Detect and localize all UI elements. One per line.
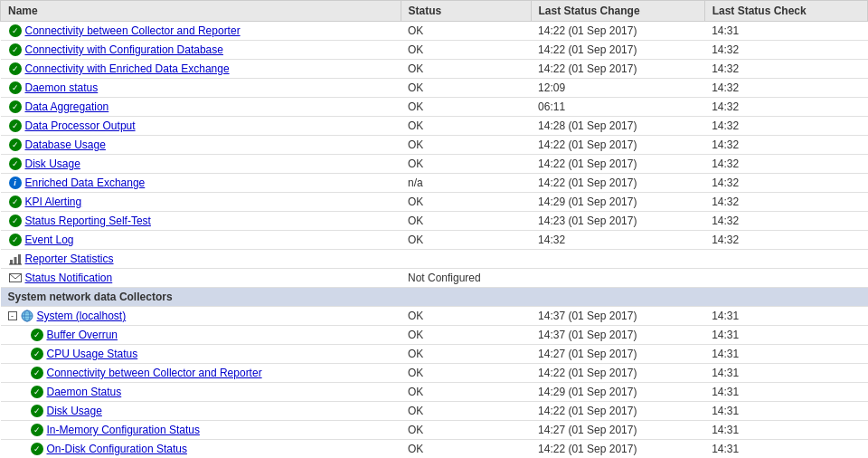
table-row: CPU Usage Status OK 14:27 (01 Sep 2017) … — [1, 345, 868, 364]
last-status-change-cell: 14:29 (01 Sep 2017) — [531, 383, 704, 402]
table-row: KPI Alerting OK 14:29 (01 Sep 2017) 14:3… — [1, 193, 868, 212]
green-check-icon — [30, 442, 44, 456]
item-name-link[interactable]: Disk Usage — [47, 405, 102, 417]
table-row: Connectivity with Configuration Database… — [1, 41, 868, 60]
item-name-link[interactable]: Connectivity with Configuration Database — [25, 43, 223, 56]
item-name-link[interactable]: Status Notification — [25, 272, 113, 284]
status-cell: OK — [401, 79, 531, 98]
status-cell: OK — [401, 231, 531, 250]
item-name-link[interactable]: CPU Usage Status — [47, 348, 138, 360]
table-row: - System (localhost) OK 14:37 (01 Sep 20… — [1, 307, 868, 326]
column-header-last-status-check: Last Status Check — [704, 1, 867, 22]
item-name-link[interactable]: Connectivity between Collector and Repor… — [47, 367, 262, 379]
status-cell: OK — [401, 212, 531, 231]
green-check-icon — [8, 24, 23, 38]
item-name-link[interactable]: Daemon status — [25, 81, 99, 94]
last-status-change-cell: 14:22 (01 Sep 2017) — [531, 136, 704, 155]
last-status-change-cell: 14:22 (01 Sep 2017) — [531, 41, 704, 60]
last-status-change-cell: 06:11 — [531, 98, 704, 117]
green-check-icon — [30, 347, 44, 361]
last-status-check-cell: 14:32 — [704, 98, 867, 117]
name-cell: Connectivity between Collector and Repor… — [1, 364, 401, 383]
column-header-last-status-change: Last Status Change — [531, 1, 704, 22]
last-status-change-cell: 14:27 (01 Sep 2017) — [531, 421, 704, 440]
item-name-link[interactable]: Buffer Overrun — [47, 329, 118, 341]
status-cell: OK — [401, 155, 531, 174]
name-cell: Status Notification — [1, 269, 401, 288]
name-cell: Reporter Statistics — [1, 250, 401, 269]
item-name-link[interactable]: Connectivity between Collector and Repor… — [25, 24, 241, 37]
item-name-link[interactable]: Event Log — [25, 234, 74, 246]
green-check-icon — [8, 157, 23, 171]
name-cell: KPI Alerting — [1, 193, 401, 212]
status-cell: OK — [401, 345, 531, 364]
green-check-icon — [30, 423, 44, 437]
last-status-change-cell — [531, 269, 704, 288]
name-cell: Connectivity with Configuration Database — [1, 41, 401, 60]
table-row: Connectivity between Collector and Repor… — [1, 364, 868, 383]
table-row: Data Aggregation OK 06:11 14:32 — [1, 98, 868, 117]
table-row: Connectivity between Collector and Repor… — [1, 22, 868, 41]
item-name-link[interactable]: Data Aggregation — [25, 100, 109, 113]
item-name-link[interactable]: Daemon Status — [47, 386, 122, 398]
last-status-check-cell: 14:31 — [704, 421, 867, 440]
green-check-icon — [8, 43, 23, 57]
last-status-check-cell: 14:32 — [704, 212, 867, 231]
green-check-icon — [8, 214, 23, 228]
last-status-change-cell: 14:37 (01 Sep 2017) — [531, 307, 704, 326]
name-cell: - System (localhost) — [1, 307, 401, 326]
green-check-icon — [8, 81, 23, 95]
green-check-icon — [8, 100, 23, 114]
last-status-check-cell: 14:31 — [704, 345, 867, 364]
last-status-check-cell: 14:31 — [704, 326, 867, 345]
green-check-icon — [30, 404, 44, 418]
name-cell: On-Disk Configuration Status — [1, 440, 401, 459]
last-status-change-cell: 14:23 (01 Sep 2017) — [531, 212, 704, 231]
green-check-icon — [8, 195, 23, 209]
item-name-link[interactable]: Disk Usage — [25, 157, 80, 170]
svg-rect-0 — [10, 260, 13, 264]
green-check-icon — [8, 138, 23, 152]
status-cell: OK — [401, 440, 531, 459]
last-status-check-cell: 14:32 — [704, 136, 867, 155]
name-cell: In-Memory Configuration Status — [1, 421, 401, 440]
last-status-check-cell: 14:31 — [704, 364, 867, 383]
green-check-icon — [8, 233, 23, 247]
status-cell: OK — [401, 98, 531, 117]
table-row: Status Notification Not Configured — [1, 269, 868, 288]
status-cell: OK — [401, 402, 531, 421]
table-row: Buffer Overrun OK 14:37 (01 Sep 2017) 14… — [1, 326, 868, 345]
item-name-link[interactable]: In-Memory Configuration Status — [47, 424, 200, 436]
status-cell: n/a — [401, 174, 531, 193]
last-status-change-cell: 14:37 (01 Sep 2017) — [531, 326, 704, 345]
column-header-status: Status — [401, 1, 531, 22]
envelope-icon — [8, 271, 23, 285]
section-header-row: System network data Collectors — [1, 288, 868, 307]
last-status-change-cell: 14:22 (01 Sep 2017) — [531, 440, 704, 459]
name-cell: Data Processor Output — [1, 117, 401, 136]
item-name-link[interactable]: Connectivity with Enriched Data Exchange — [25, 62, 230, 75]
status-cell — [401, 250, 531, 269]
status-cell: OK — [401, 22, 531, 41]
blue-info-icon — [8, 176, 23, 190]
item-name-link[interactable]: KPI Alerting — [25, 196, 82, 208]
svg-rect-2 — [18, 254, 21, 264]
last-status-check-cell: 14:32 — [704, 41, 867, 60]
item-name-link[interactable]: Enriched Data Exchange — [25, 177, 146, 189]
last-status-check-cell: 14:31 — [704, 22, 867, 41]
item-name-link[interactable]: Data Processor Output — [25, 119, 136, 132]
green-check-icon — [8, 119, 23, 133]
item-name-link[interactable]: Reporter Statistics — [25, 253, 114, 265]
name-cell: Data Aggregation — [1, 98, 401, 117]
item-name-link[interactable]: On-Disk Configuration Status — [47, 443, 187, 455]
item-name-link[interactable]: Status Reporting Self-Test — [25, 215, 151, 227]
item-name-link[interactable]: Database Usage — [25, 138, 106, 151]
table-row: On-Disk Configuration Status OK 14:22 (0… — [1, 440, 868, 459]
name-cell: Daemon Status — [1, 383, 401, 402]
last-status-check-cell: 14:32 — [704, 60, 867, 79]
name-cell: Database Usage — [1, 136, 401, 155]
table-row: Enriched Data Exchange n/a 14:22 (01 Sep… — [1, 174, 868, 193]
last-status-check-cell: 14:31 — [704, 307, 867, 326]
expand-icon[interactable]: - — [8, 311, 17, 320]
item-name-link[interactable]: System (localhost) — [37, 310, 127, 322]
